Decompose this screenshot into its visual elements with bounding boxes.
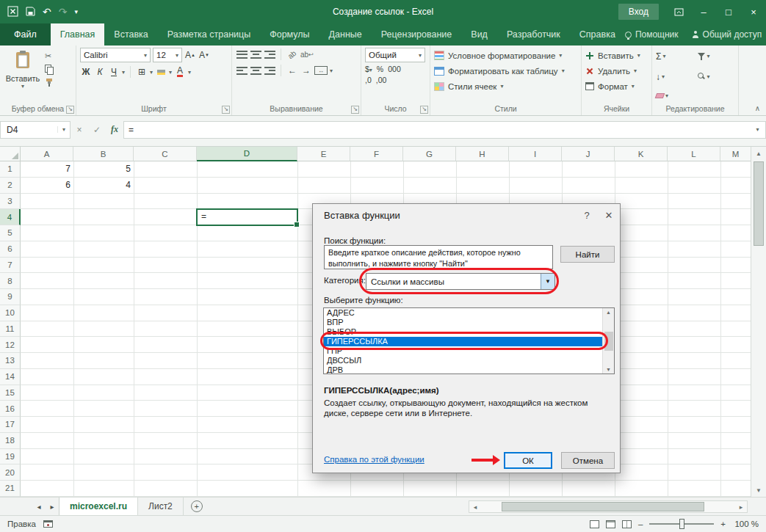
ribbon-tab[interactable]: Главная — [51, 23, 105, 45]
bold-button[interactable]: Ж — [80, 65, 92, 79]
clear-button[interactable]: ▾ — [656, 89, 693, 103]
minimize-button[interactable]: – — [691, 0, 716, 23]
row-header[interactable]: 11 — [0, 321, 21, 338]
horizontal-scroll-thumb[interactable] — [502, 502, 705, 511]
merge-center-icon[interactable]: ↔ — [314, 64, 328, 77]
cell-styles-button[interactable]: Стили ячеек▾ — [434, 79, 577, 94]
dialog-help-icon[interactable]: ? — [576, 204, 598, 226]
cut-icon[interactable]: ✂ — [45, 51, 54, 61]
row-header[interactable]: 6 — [0, 241, 21, 258]
dialog-launcher-icon[interactable]: ↘ — [420, 106, 428, 114]
formula-bar-expand-icon[interactable]: ▾ — [750, 121, 766, 139]
chevron-down-icon[interactable]: ▾ — [188, 69, 191, 76]
format-cells-button[interactable]: Формат▾ — [585, 79, 648, 94]
align-top-icon[interactable] — [236, 48, 247, 61]
sheet-tab[interactable]: Лист2 — [138, 498, 184, 515]
row-header[interactable]: 12 — [0, 337, 21, 353]
find-button[interactable]: Найти — [560, 246, 615, 263]
zoom-out-icon[interactable]: – — [638, 520, 643, 528]
scroll-up-icon[interactable]: ▲ — [751, 147, 766, 160]
row-header[interactable]: 7 — [0, 258, 21, 274]
function-list-item[interactable]: ГИПЕРССЫЛКА — [324, 337, 602, 346]
column-header[interactable]: B — [73, 147, 134, 161]
row-header[interactable]: 9 — [0, 289, 21, 305]
scroll-right-icon[interactable]: ▸ — [735, 503, 747, 511]
row-header[interactable]: 5 — [0, 225, 21, 241]
font-size-select[interactable]: 12▾ — [153, 48, 182, 62]
row-header[interactable]: 16 — [0, 401, 21, 417]
column-header[interactable]: L — [668, 147, 720, 161]
number-format-select[interactable]: Общий▾ — [365, 48, 425, 62]
row-header[interactable]: 19 — [0, 449, 21, 465]
row-header[interactable]: 8 — [0, 273, 21, 289]
page-layout-view-icon[interactable] — [606, 520, 615, 528]
normal-view-icon[interactable] — [590, 520, 599, 528]
function-list-item[interactable]: ДРВ — [324, 365, 602, 374]
excel-logo-icon[interactable] — [7, 6, 18, 18]
percent-format-icon[interactable]: % — [377, 65, 383, 73]
column-header[interactable]: G — [403, 147, 456, 161]
collapse-ribbon-icon[interactable]: ∧ — [755, 104, 760, 112]
function-list-item[interactable]: ВПР — [324, 318, 602, 327]
row-header[interactable]: 20 — [0, 464, 21, 481]
dialog-launcher-icon[interactable]: ↘ — [351, 106, 359, 114]
increase-decimal-icon[interactable]: ,0 — [365, 76, 372, 84]
align-right-icon[interactable] — [264, 64, 275, 77]
decrease-font-icon[interactable]: А▼ — [198, 48, 210, 62]
select-all-button[interactable] — [0, 147, 21, 161]
macro-record-icon[interactable] — [43, 520, 53, 528]
column-header[interactable]: F — [350, 147, 403, 161]
chevron-down-icon[interactable]: ▾ — [150, 69, 153, 76]
row-header[interactable]: 2 — [0, 178, 21, 194]
function-list-scrollbar[interactable]: ▲ ▼ — [602, 308, 614, 374]
chevron-down-icon[interactable]: ▾ — [122, 69, 125, 76]
ribbon-tab[interactable]: Вид — [461, 23, 497, 45]
chevron-down-icon[interactable]: ▾ — [57, 126, 70, 133]
column-header[interactable]: C — [134, 147, 197, 161]
increase-indent-icon[interactable]: → — [300, 64, 312, 77]
undo-icon[interactable]: ↶ — [43, 7, 51, 17]
increase-font-icon[interactable]: А▲ — [184, 48, 196, 62]
zoom-slider[interactable] — [649, 523, 714, 525]
chevron-down-icon[interactable]: ▾ — [330, 68, 333, 74]
row-header[interactable]: 21 — [0, 481, 21, 497]
horizontal-scrollbar[interactable]: ◂ ▸ — [469, 500, 748, 513]
dialog-launcher-icon[interactable]: ↘ — [66, 106, 74, 114]
align-left-icon[interactable] — [236, 64, 247, 77]
ribbon-tab[interactable]: Файл — [0, 23, 51, 45]
function-list-item[interactable]: ГПР — [324, 346, 602, 356]
scroll-thumb[interactable] — [604, 332, 613, 351]
scroll-down-icon[interactable]: ▼ — [606, 367, 611, 372]
confirm-entry-icon[interactable]: ✓ — [88, 121, 106, 139]
row-header[interactable]: 3 — [0, 194, 21, 210]
row-header[interactable]: 14 — [0, 369, 21, 385]
conditional-formatting-button[interactable]: Условное форматирование▾ — [434, 48, 577, 63]
dialog-launcher-icon[interactable]: ↘ — [222, 106, 230, 114]
formula-input[interactable]: = — [123, 121, 750, 139]
column-header[interactable]: J — [562, 147, 615, 161]
zoom-in-icon[interactable]: + — [720, 520, 726, 528]
ribbon-tab[interactable]: Разметка страницы — [158, 23, 260, 45]
column-header[interactable]: K — [615, 147, 668, 161]
column-header[interactable]: A — [21, 147, 73, 161]
function-list-item[interactable]: АДРЕС — [324, 308, 602, 318]
ribbon-tab[interactable]: Формулы — [260, 23, 319, 45]
borders-icon[interactable]: ⊞ — [136, 65, 148, 79]
function-list-item[interactable]: ДВССЫЛ — [324, 356, 602, 365]
sheet-tab[interactable]: microexcel.ru — [59, 498, 138, 515]
column-header[interactable]: E — [297, 147, 350, 161]
page-break-view-icon[interactable] — [622, 520, 632, 528]
category-select[interactable]: Ссылки и массивы ▼ — [366, 273, 555, 290]
tell-me-button[interactable]: Помощник — [625, 29, 679, 40]
save-icon[interactable] — [26, 7, 35, 18]
sheet-nav-left-icon[interactable]: ◂ — [32, 498, 46, 515]
function-list-item[interactable]: ВЫБОР — [324, 327, 602, 337]
row-header[interactable]: 15 — [0, 385, 21, 401]
format-as-table-button[interactable]: Форматировать как таблицу▾ — [434, 63, 577, 79]
new-sheet-button[interactable]: + — [191, 500, 203, 512]
selection-box[interactable] — [196, 208, 298, 226]
decrease-decimal-icon[interactable]: ,00 — [376, 76, 387, 84]
zoom-slider-thumb[interactable] — [679, 519, 684, 529]
align-middle-icon[interactable] — [250, 48, 261, 61]
zoom-level[interactable]: 100 % — [732, 520, 759, 528]
